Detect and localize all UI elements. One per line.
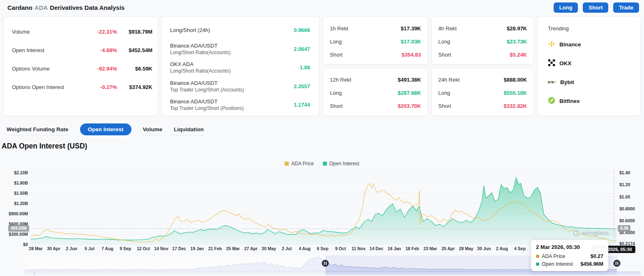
rekt-long-row: Long $17.03K	[330, 35, 421, 48]
page-title-symbol: ADA	[34, 4, 48, 11]
ratio-label: Long/Short (24h)	[170, 27, 277, 33]
long-button[interactable]: Long	[554, 2, 578, 13]
x-axis-label: 28 May	[459, 246, 473, 251]
rekt-long-label: Long	[330, 90, 398, 96]
ratio-row-top-trader-positions: Binance ADA/USDT Top Trader Long/Short (…	[170, 96, 310, 114]
rekt-total-row: 24h Rekt $888.00K	[438, 73, 527, 87]
stat-label: Volume	[12, 29, 74, 35]
trade-button[interactable]: Trade	[613, 2, 639, 13]
x-axis-label: 11 Nov	[352, 246, 366, 251]
x-axis-label: 17 Dec	[172, 246, 186, 251]
x-axis-label: 2 Jul	[282, 246, 292, 251]
tooltip-label: Open Interest	[542, 261, 573, 267]
ratio-sublabel: Long/Short Ratio(Accounts)	[170, 50, 277, 55]
trending-item-binance[interactable]: Binance	[548, 35, 640, 54]
rekt-12h-card: 12h Rekt $491.38K Long $287.68K Short $2…	[323, 68, 428, 116]
stat-value: $374.92K	[117, 84, 152, 90]
tab-open-interest[interactable]: Open Interest	[80, 123, 131, 135]
navigator-handle[interactable]	[322, 260, 329, 267]
ratio-label: OKX ADA	[170, 61, 277, 67]
stat-change: -0.27%	[74, 84, 117, 90]
chart-title: ADA Open Interest (USD)	[2, 142, 87, 151]
x-axis-label: 2 Aug	[496, 246, 508, 251]
summary-row-options-open-interest: Options Open Interest -0.27% $374.92K	[12, 78, 152, 96]
ratio-value: 2.3557	[277, 83, 310, 89]
trending-item-bybit[interactable]: BYBIT Bybit	[548, 73, 640, 91]
legend-item-open-interest[interactable]: Open Interest	[323, 161, 359, 167]
rekt-1h-card: 1h Rekt $17.39K Long $17.03K Short $354.…	[323, 16, 428, 65]
y-axis-right-label: $1.00	[619, 194, 630, 199]
x-axis-label: 4 Aug	[299, 246, 311, 251]
trending-item-okx[interactable]: OKX	[548, 54, 640, 73]
rekt-short-value: $5.24K	[510, 52, 527, 58]
y-axis-left-label: $300.00M	[0, 232, 28, 237]
navigator-handle[interactable]	[614, 260, 621, 267]
rekt-long-row: Long $23.73K	[438, 35, 527, 48]
ratio-sublabel: Top Trader Long/Short (Positions)	[170, 105, 277, 111]
rekt-short-label: Short	[330, 52, 402, 58]
rekt-24h-card: 24h Rekt $888.00K Long $555.18K Short $3…	[431, 68, 534, 116]
rekt-total-row: 4h Rekt $28.97K	[438, 22, 527, 35]
legend-label: ADA Price	[291, 161, 314, 167]
y-axis-right-label: $1.20	[619, 182, 630, 187]
rekt-total-row: 12h Rekt $491.38K	[330, 73, 421, 87]
main-chart-plot[interactable]	[31, 170, 617, 245]
rekt-period-label: 24h Rekt	[438, 77, 504, 83]
tooltip-value: $456.96M	[580, 261, 603, 267]
rekt-short-label: Short	[438, 52, 510, 58]
x-axis-label: 14 Nov	[154, 246, 168, 251]
trending-card: Trending Binance	[537, 16, 641, 116]
rekt-short-label: Short	[330, 103, 398, 109]
x-axis-label: 25 Mar	[226, 246, 240, 251]
rekt-short-label: Short	[438, 103, 504, 109]
summary-row-options-volume: Options Volume -92.94% $6.59K	[12, 59, 152, 78]
rekt-long-label: Long	[438, 90, 504, 96]
ratio-value: 2.0647	[277, 46, 310, 52]
ratio-value: 1.1744	[277, 102, 310, 108]
rekt-long-row: Long $555.18K	[438, 87, 527, 100]
coinglass-watermark: coinglass	[573, 230, 609, 236]
x-axis-label: 30 Apr	[47, 246, 60, 251]
stat-value: $452.54M	[117, 47, 152, 53]
rekt-long-label: Long	[438, 39, 507, 45]
coinglass-logo-icon	[573, 230, 580, 236]
short-button[interactable]: Short	[583, 2, 608, 13]
x-axis-label: 6 Sep	[317, 246, 329, 251]
rekt-short-row: Short $354.83	[330, 48, 421, 61]
rekt-long-value: $287.68K	[398, 90, 421, 96]
summary-row-open-interest: Open Interest -4.68% $452.54M	[12, 41, 152, 59]
tab-weighted-funding-rate[interactable]: Weighted Funding Rate	[7, 124, 69, 135]
legend-item-ada-price[interactable]: ADA Price	[285, 161, 314, 167]
x-axis-label: 12 Oct	[137, 246, 150, 251]
bybit-icon: BYBIT	[548, 81, 556, 84]
y-axis-left-label: $900.00M	[0, 211, 28, 216]
rekt-total-value: $888.00K	[504, 77, 527, 83]
ratio-label: Binance ADA/USDT	[170, 43, 277, 49]
market-summary-card: Volume -22.31% $918.79M Open Interest -4…	[3, 16, 158, 116]
stat-label: Open Interest	[12, 47, 74, 53]
rekt-short-value: $203.70K	[398, 103, 421, 109]
x-axis-label: 14 Dec	[370, 246, 384, 251]
trending-name: OKX	[559, 60, 571, 66]
ratio-label: Binance ADA/USDT	[170, 80, 277, 86]
y-axis-right-label: $0.6000	[619, 218, 635, 223]
ratio-row-longshort-24h: Long/Short (24h) 0.9666	[170, 21, 310, 40]
rekt-short-row: Short $332.82K	[438, 100, 527, 113]
trending-item-bitfinex[interactable]: Bitfinex	[548, 92, 640, 110]
stat-change: -22.31%	[74, 29, 117, 35]
y-axis-left-label: $1.50B	[0, 191, 28, 196]
rekt-total-value: $491.38K	[398, 77, 421, 83]
liquidation-column-1: 1h Rekt $17.39K Long $17.03K Short $354.…	[323, 16, 428, 116]
tooltip-date: 2 Mar 2026, 05:30	[536, 244, 603, 250]
page-title: CardanoADADerivatives Data Analysis	[7, 4, 124, 11]
tooltip-value: $0.27	[591, 253, 603, 259]
x-axis-label: 18 Feb	[405, 246, 419, 251]
rekt-long-label: Long	[330, 39, 401, 45]
x-axis-label: 30 Jun	[477, 246, 491, 251]
liquidation-column-2: 4h Rekt $28.97K Long $23.73K Short $5.24…	[431, 16, 534, 116]
chart-legend: ADA Price Open Interest	[0, 161, 644, 167]
ada-price-swatch-icon	[285, 162, 289, 166]
tab-liquidation[interactable]: Liquidation	[174, 124, 204, 135]
tooltip-row-ada-price: ADA Price $0.27	[536, 253, 603, 259]
tab-volume[interactable]: Volume	[143, 124, 163, 135]
